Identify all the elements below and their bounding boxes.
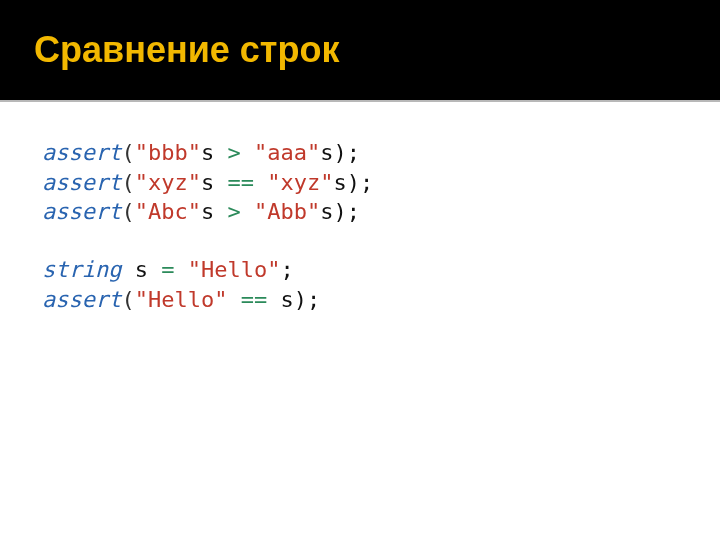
operator: > bbox=[227, 199, 240, 224]
blank-line bbox=[42, 227, 678, 255]
tail: s); bbox=[320, 199, 360, 224]
punct: ( bbox=[121, 140, 134, 165]
operator: == bbox=[241, 287, 268, 312]
identifier: s bbox=[280, 287, 293, 312]
space bbox=[121, 257, 134, 282]
slide-title: Сравнение строк bbox=[34, 29, 339, 71]
operator: > bbox=[227, 140, 240, 165]
string-literal: "Hello" bbox=[188, 257, 281, 282]
keyword: assert bbox=[42, 199, 121, 224]
operator: == bbox=[227, 170, 254, 195]
space bbox=[241, 140, 254, 165]
punct: ( bbox=[121, 199, 134, 224]
string-literal: "Abc" bbox=[135, 199, 201, 224]
space bbox=[174, 257, 187, 282]
code-line: assert("Abc"s > "Abb"s); bbox=[42, 197, 678, 227]
code-block: assert("bbb"s > "aaa"s); assert("xyz"s =… bbox=[0, 102, 720, 350]
suffix: s bbox=[201, 170, 228, 195]
punct: ( bbox=[121, 170, 134, 195]
code-line: assert("xyz"s == "xyz"s); bbox=[42, 168, 678, 198]
tail: ); bbox=[294, 287, 321, 312]
keyword: string bbox=[42, 257, 121, 282]
string-literal: "xyz" bbox=[135, 170, 201, 195]
space bbox=[254, 170, 267, 195]
code-line: assert("bbb"s > "aaa"s); bbox=[42, 138, 678, 168]
operator: = bbox=[161, 257, 174, 282]
identifier: s bbox=[135, 257, 148, 282]
code-line: string s = "Hello"; bbox=[42, 255, 678, 285]
string-literal: "Hello" bbox=[135, 287, 228, 312]
punct: ( bbox=[121, 287, 134, 312]
slide-header: Сравнение строк bbox=[0, 0, 720, 100]
keyword: assert bbox=[42, 140, 121, 165]
space bbox=[241, 199, 254, 224]
space bbox=[148, 257, 161, 282]
tail: ; bbox=[280, 257, 293, 282]
keyword: assert bbox=[42, 170, 121, 195]
tail: s); bbox=[333, 170, 373, 195]
space bbox=[267, 287, 280, 312]
space bbox=[227, 287, 240, 312]
keyword: assert bbox=[42, 287, 121, 312]
suffix: s bbox=[201, 140, 228, 165]
code-line: assert("Hello" == s); bbox=[42, 285, 678, 315]
suffix: s bbox=[201, 199, 228, 224]
tail: s); bbox=[320, 140, 360, 165]
string-literal: "aaa" bbox=[254, 140, 320, 165]
string-literal: "xyz" bbox=[267, 170, 333, 195]
string-literal: "Abb" bbox=[254, 199, 320, 224]
string-literal: "bbb" bbox=[135, 140, 201, 165]
